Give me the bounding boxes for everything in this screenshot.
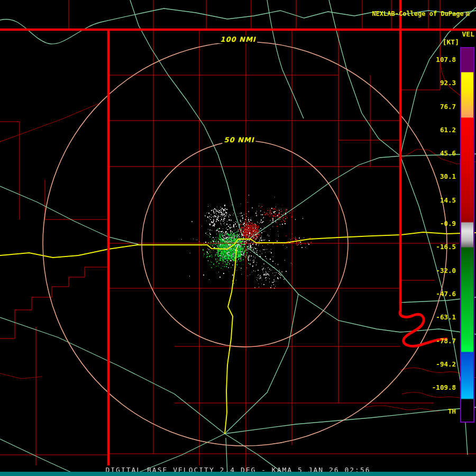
range-rings	[43, 42, 447, 446]
colorbar-units: [KT]	[423, 38, 459, 46]
colorbar-tick-label: -16.5	[401, 243, 456, 251]
colorbar-tick-label: 45.6	[401, 149, 456, 157]
colorbar-tick-label: -0.9	[401, 219, 456, 227]
colorbar-tick-label: 76.7	[401, 103, 456, 111]
app-title[interactable]: NEXLAB-College of DuPage⊠	[356, 3, 470, 25]
colorbar-tick-label: 14.5	[401, 196, 456, 204]
colorbar-tick-label: 92.3	[401, 79, 456, 87]
colorbar-gradient	[460, 47, 474, 423]
colorbar-tick-label: -63.1	[401, 313, 456, 321]
colorbar-tick-label: -78.7	[401, 337, 456, 345]
cod-logo-icon: ⊠	[466, 10, 470, 17]
radar-display[interactable]: 100 NMI 50 NMI NEXLAB-College of DuPage⊠…	[0, 0, 476, 476]
highway-lines	[0, 0, 476, 476]
bottom-edge-bar	[0, 472, 476, 476]
colorbar-tick-label: TH	[401, 407, 456, 415]
state-border-lines	[0, 0, 476, 465]
colorbar-tick-label: -94.2	[401, 360, 456, 368]
county-lines	[0, 0, 476, 475]
colorbar-tick-label: 107.8	[401, 56, 456, 63]
colorbar-tick-label: -109.8	[401, 383, 456, 391]
interstate-lines	[0, 232, 476, 434]
colorbar-tick-label: 61.2	[401, 126, 456, 134]
range-ring-label-50nmi: 50 NMI	[222, 136, 255, 144]
colorbar-title: VEL	[423, 30, 474, 38]
colorbar-tick-label: -47.6	[401, 290, 456, 298]
colorbar-tick-label: -32.0	[401, 267, 456, 274]
app-title-text: NEXLAB-College of DuPage	[372, 10, 463, 17]
map-layer	[0, 0, 476, 476]
colorbar-tick-label: 30.1	[401, 172, 456, 180]
range-ring-label-100nmi: 100 NMI	[218, 35, 257, 43]
